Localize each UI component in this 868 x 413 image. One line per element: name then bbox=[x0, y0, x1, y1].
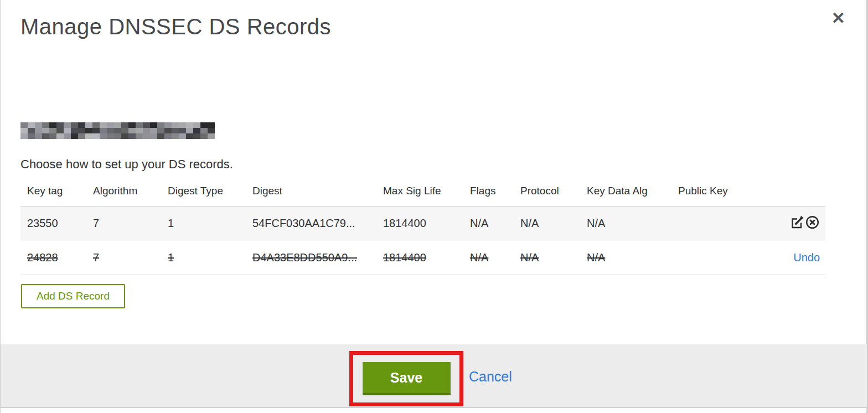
cell-key-tag: 24828 bbox=[20, 241, 86, 275]
column-header-max-sig-life: Max Sig Life bbox=[376, 182, 463, 206]
column-header-algorithm: Algorithm bbox=[86, 182, 161, 206]
column-header-key-data-alg: Key Data Alg bbox=[580, 182, 671, 206]
instruction-text: Choose how to set up your DS records. bbox=[20, 157, 233, 172]
dnssec-ds-records-modal: Manage DNSSEC DS Records ✕ Choose how to… bbox=[0, 0, 868, 413]
cell-algorithm: 7 bbox=[86, 241, 161, 275]
cell-max-sig-life: 1814400 bbox=[376, 206, 463, 241]
table-row: 23550 7 1 54FCF030AA1C79... 1814400 N/A … bbox=[20, 206, 825, 241]
cell-public-key bbox=[671, 206, 760, 241]
cell-flags: N/A bbox=[463, 241, 514, 275]
column-header-digest-type: Digest Type bbox=[161, 182, 246, 206]
annotation-red-box: Save bbox=[349, 351, 463, 406]
edit-icon[interactable] bbox=[789, 215, 804, 230]
cancel-link[interactable]: Cancel bbox=[469, 369, 512, 385]
modal-footer: Save Cancel bbox=[1, 344, 867, 408]
cell-key-data-alg: N/A bbox=[580, 206, 671, 241]
row-actions bbox=[760, 206, 825, 241]
cell-digest: D4A33E8DD550A9... bbox=[246, 241, 376, 275]
column-header-public-key: Public Key bbox=[671, 182, 760, 206]
column-header-flags: Flags bbox=[463, 182, 514, 206]
table-row: 24828 7 1 D4A33E8DD550A9... 1814400 N/A … bbox=[20, 241, 825, 275]
delete-icon[interactable] bbox=[805, 215, 820, 230]
column-header-protocol: Protocol bbox=[514, 182, 580, 206]
cell-protocol: N/A bbox=[514, 241, 580, 275]
cell-flags: N/A bbox=[463, 206, 514, 241]
ds-records-table: Key tag Algorithm Digest Type Digest Max… bbox=[20, 182, 825, 275]
column-header-digest: Digest bbox=[246, 182, 376, 206]
cell-public-key bbox=[671, 241, 760, 275]
save-button[interactable]: Save bbox=[363, 362, 451, 395]
page-title: Manage DNSSEC DS Records bbox=[20, 14, 331, 39]
cell-digest-type: 1 bbox=[161, 206, 246, 241]
undo-link[interactable]: Undo bbox=[793, 251, 820, 264]
cell-key-data-alg: N/A bbox=[580, 241, 671, 275]
redacted-domain-name bbox=[20, 122, 215, 139]
close-icon[interactable]: ✕ bbox=[831, 10, 845, 27]
cell-max-sig-life: 1814400 bbox=[376, 241, 463, 275]
table-header-row: Key tag Algorithm Digest Type Digest Max… bbox=[20, 182, 825, 206]
cell-protocol: N/A bbox=[514, 206, 580, 241]
row-actions: Undo bbox=[760, 241, 825, 275]
column-header-actions bbox=[760, 182, 825, 206]
column-header-key-tag: Key tag bbox=[20, 182, 86, 206]
cell-algorithm: 7 bbox=[86, 206, 161, 241]
cell-digest: 54FCF030AA1C79... bbox=[246, 206, 376, 241]
add-ds-record-button[interactable]: Add DS Record bbox=[21, 284, 125, 308]
cell-digest-type: 1 bbox=[161, 241, 246, 275]
cell-key-tag: 23550 bbox=[20, 206, 86, 241]
